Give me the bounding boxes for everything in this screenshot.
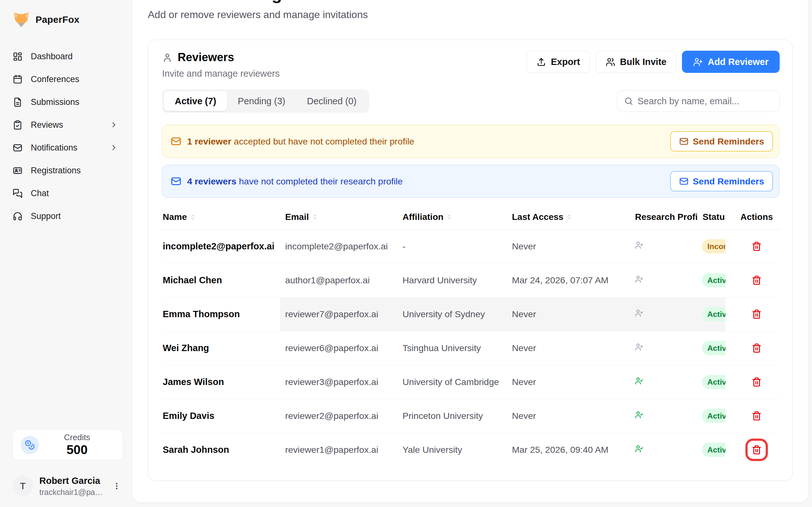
column-header-email[interactable]: Email xyxy=(280,205,397,229)
status-cell: Incomplete xyxy=(698,229,725,263)
chevron-right-icon xyxy=(110,144,118,152)
reviewers-card: Reviewers Invite and manage reviewers Ex… xyxy=(148,40,793,481)
brand-name: PaperFox xyxy=(36,14,79,25)
table-header-row: Name Email Affiliation Last Access Resea… xyxy=(162,205,780,229)
user-check-icon xyxy=(635,411,644,419)
coins-icon xyxy=(20,436,39,454)
table-toolbar: Active (7) Pending (3) Declined (0) xyxy=(162,89,780,113)
column-header-affiliation[interactable]: Affiliation xyxy=(397,205,507,229)
column-header-research-profile: Research Profile xyxy=(630,205,698,229)
column-header-last-access[interactable]: Last Access xyxy=(507,205,630,229)
sidebar-item-registrations[interactable]: Registrations xyxy=(13,159,123,182)
table-body: incomplete2@paperfox.ai incomplete2@pape… xyxy=(162,229,780,467)
mail-icon xyxy=(171,176,182,187)
sidebar: PaperFox Dashboard Conferences Submissio… xyxy=(0,0,133,507)
mail-icon xyxy=(679,136,689,146)
sidebar-item-chat[interactable]: Chat xyxy=(13,182,123,205)
user-email: trackchair1@pa… xyxy=(39,487,103,497)
delete-reviewer-button[interactable] xyxy=(749,273,764,288)
actions-cell xyxy=(725,263,780,297)
delete-reviewer-button[interactable] xyxy=(749,239,764,254)
user-x-icon xyxy=(635,309,644,318)
reviewer-name-cell: Michael Chen xyxy=(162,263,280,297)
sidebar-item-dashboard[interactable]: Dashboard xyxy=(13,45,123,68)
delete-reviewer-button[interactable] xyxy=(749,374,764,390)
sidebar-item-conferences[interactable]: Conferences xyxy=(13,68,123,91)
tab-pending[interactable]: Pending (3) xyxy=(227,91,296,111)
add-reviewer-button[interactable]: Add Reviewer xyxy=(682,51,780,73)
column-header-name[interactable]: Name xyxy=(162,205,280,229)
headphones-icon xyxy=(13,211,22,221)
page-title: Reviewer Management xyxy=(148,0,793,3)
sidebar-item-notifications[interactable]: Notifications xyxy=(13,136,123,159)
banner-text: 4 reviewers have not completed their res… xyxy=(187,176,403,187)
reviewer-name-cell: Wei Zhang xyxy=(162,331,280,365)
avatar: T xyxy=(13,476,33,496)
status-badge: Active xyxy=(702,307,725,321)
user-menu-kebab-icon[interactable] xyxy=(110,480,123,493)
card-header: Reviewers Invite and manage reviewers Ex… xyxy=(162,51,780,85)
delete-reviewer-button[interactable] xyxy=(749,408,764,424)
tab-active[interactable]: Active (7) xyxy=(164,91,227,111)
sidebar-item-label: Submissions xyxy=(31,97,79,107)
main-panel: Reviewer Management Add or remove review… xyxy=(133,0,808,502)
send-reminders-warning-button[interactable]: Send Reminders xyxy=(670,131,773,152)
table-row: Emily Davis reviewer2@paperfox.ai Prince… xyxy=(162,399,780,433)
annotation-ring xyxy=(745,405,768,427)
bulk-invite-button[interactable]: Bulk Invite xyxy=(596,51,676,73)
tab-declined[interactable]: Declined (0) xyxy=(296,91,367,111)
table-row: incomplete2@paperfox.ai incomplete2@pape… xyxy=(162,229,780,263)
sidebar-nav: Dashboard Conferences Submissions Review… xyxy=(13,45,123,228)
user-name: Robert Garcia xyxy=(39,475,103,487)
status-badge: Active xyxy=(702,375,725,389)
delete-reviewer-button[interactable] xyxy=(749,306,764,322)
research-profile-cell xyxy=(630,365,698,399)
export-button[interactable]: Export xyxy=(526,51,590,73)
sidebar-item-reviews[interactable]: Reviews xyxy=(13,113,123,136)
reviewer-affiliation-cell: Yale University xyxy=(397,433,507,467)
annotation-ring xyxy=(745,235,768,258)
banner-rest-text: accepted but have not completed their pr… xyxy=(231,136,414,147)
send-reminders-info-button[interactable]: Send Reminders xyxy=(670,171,773,191)
user-meta: Robert Garcia trackchair1@pa… xyxy=(39,475,103,497)
card-subtitle: Invite and manage reviewers xyxy=(162,68,280,79)
status-badge: Active xyxy=(702,341,725,355)
trash-icon xyxy=(752,343,762,353)
trash-icon xyxy=(752,241,762,251)
reviewer-name-cell: incomplete2@paperfox.ai xyxy=(162,229,280,263)
delete-reviewer-button[interactable] xyxy=(749,340,764,356)
user-icon xyxy=(162,52,172,63)
status-cell: Active xyxy=(698,263,725,297)
reviewer-affiliation-cell: Tsinghua University xyxy=(397,331,507,365)
chat-bubbles-icon xyxy=(13,188,22,199)
banner-text: 1 reviewer accepted but have not complet… xyxy=(187,136,414,147)
research-profile-info-banner: 4 reviewers have not completed their res… xyxy=(162,165,780,198)
mail-icon xyxy=(679,176,689,186)
status-cell: Active xyxy=(698,399,725,433)
sidebar-item-label: Chat xyxy=(31,188,49,199)
trash-icon xyxy=(752,309,762,319)
reviewer-name-cell: Emma Thompson xyxy=(162,297,280,331)
research-profile-cell xyxy=(630,297,698,331)
dashboard-icon xyxy=(13,52,22,61)
sort-icon xyxy=(566,214,572,220)
id-card-icon xyxy=(13,166,22,176)
reviewer-affiliation-cell: University of Cambridge xyxy=(397,365,507,399)
actions-cell xyxy=(725,331,780,365)
reviewer-last-access-cell: Mar 25, 2026, 09:40 AM xyxy=(507,433,630,467)
reviewer-email-cell: reviewer6@paperfox.ai xyxy=(280,331,397,365)
card-title: Reviewers xyxy=(177,51,234,64)
reviewer-affiliation-cell: Harvard University xyxy=(397,263,507,297)
search-input[interactable] xyxy=(617,90,780,112)
table-row: Michael Chen author1@paperfox.ai Harvard… xyxy=(162,263,780,297)
research-profile-cell xyxy=(630,433,698,467)
reviewer-last-access-cell: Never xyxy=(507,229,630,263)
reviewers-table: Name Email Affiliation Last Access Resea… xyxy=(162,205,780,467)
user-profile: T Robert Garcia trackchair1@pa… xyxy=(13,475,123,497)
add-reviewer-button-label: Add Reviewer xyxy=(708,57,768,67)
reviewer-last-access-cell: Never xyxy=(507,297,630,331)
sidebar-item-submissions[interactable]: Submissions xyxy=(13,91,123,113)
actions-cell xyxy=(725,297,780,331)
delete-reviewer-button[interactable] xyxy=(749,442,764,458)
sidebar-item-support[interactable]: Support xyxy=(13,205,123,228)
